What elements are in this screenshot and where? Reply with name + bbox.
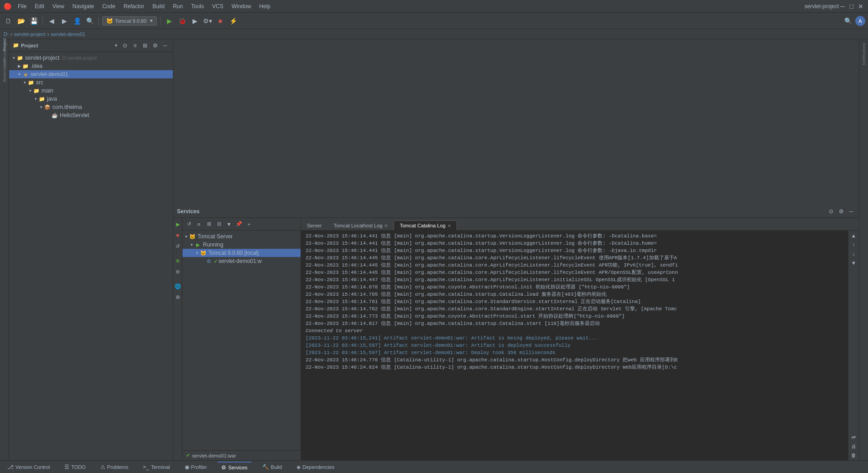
log-tab-localhost-close[interactable]: ✕ xyxy=(384,223,388,228)
menu-run[interactable]: Run xyxy=(169,2,187,10)
services-redeploy-icon[interactable]: ↺ xyxy=(173,242,182,251)
status-tab-terminal[interactable]: >_ Terminal xyxy=(139,462,173,472)
build-dropdown-button[interactable]: ⚙▾ xyxy=(202,15,213,26)
status-tab-dependencies[interactable]: ◈ Dependencies xyxy=(293,462,338,472)
srv-toolbar-add[interactable]: + xyxy=(244,220,254,229)
srv-label-artifact: servlet-demo01:w xyxy=(218,258,262,264)
menu-navigate[interactable]: Navigate xyxy=(69,2,98,10)
menu-edit[interactable]: Edit xyxy=(31,2,48,10)
log-tab-server[interactable]: Server xyxy=(301,221,327,230)
log-tabs: Server Tomcat Localhost Log ✕ Tomcat Cat… xyxy=(301,218,859,231)
srv-toolbar-refresh[interactable]: ↺ xyxy=(184,220,193,229)
right-tab-notifications[interactable]: Notifications xyxy=(861,41,867,67)
run-config-selector[interactable]: 🐱 Tomcat 9.0.80 ▾ xyxy=(102,16,157,26)
services-run-icon[interactable]: ▶ xyxy=(173,220,182,229)
save-button[interactable]: 💾 xyxy=(28,15,39,26)
menu-build[interactable]: Build xyxy=(149,2,168,10)
status-tab-problems[interactable]: ⚠ Problems xyxy=(97,462,132,472)
maximize-button[interactable]: □ xyxy=(848,3,855,10)
breadcrumb-drive[interactable]: D: xyxy=(4,31,9,37)
services-deploy-icon[interactable]: ⊕ xyxy=(173,256,182,265)
status-tab-build[interactable]: 🔨 Build xyxy=(259,462,286,472)
status-tab-version-control[interactable]: ⎇ Version Control xyxy=(4,462,53,472)
log-wrap-icon[interactable]: ⇌ xyxy=(850,433,858,441)
log-content[interactable]: 22-Nov-2023 15:46:14.441 信息 [main] org.a… xyxy=(301,231,848,460)
new-file-button[interactable]: 🗋 xyxy=(3,15,14,26)
menu-file[interactable]: File xyxy=(14,2,30,10)
project-expand-button[interactable]: ⊞ xyxy=(141,41,149,50)
breadcrumb-project[interactable]: servlet-project xyxy=(14,31,46,37)
menu-window[interactable]: Window xyxy=(228,2,255,10)
back-button[interactable]: ◀ xyxy=(46,15,57,26)
stop-button[interactable]: ■ xyxy=(215,15,226,26)
menu-tools[interactable]: Tools xyxy=(187,2,208,10)
srv-tree-running[interactable]: ▾ ▶ Running xyxy=(182,241,301,249)
srv-toolbar-filter[interactable]: ▼ xyxy=(224,220,234,229)
menu-code[interactable]: Code xyxy=(99,2,119,10)
status-tab-profiler[interactable]: ◉ Profiler xyxy=(181,462,211,472)
srv-label-instance: Tomcat 9.0.80 [local] xyxy=(208,250,259,256)
run-config-dropdown-icon: ▾ xyxy=(150,18,153,24)
services-stop-icon[interactable]: ■ xyxy=(173,231,182,240)
settings-button[interactable]: A xyxy=(855,16,865,26)
tree-item-idea[interactable]: ▶ 📁 .idea xyxy=(9,62,173,70)
tree-item-java[interactable]: ▾ 📁 java xyxy=(9,95,173,103)
tree-item-src[interactable]: ▾ 📁 src xyxy=(9,78,173,87)
status-tab-todo[interactable]: ☰ TODO xyxy=(61,462,89,472)
find-button[interactable]: 🔍 xyxy=(84,15,95,26)
srv-tree-tomcat-server[interactable]: ▾ 🐱 Tomcat Server xyxy=(182,232,301,241)
version-control-icon: ⎇ xyxy=(7,464,14,470)
project-sync-button[interactable]: ⊙ xyxy=(121,41,129,50)
tree-item-package[interactable]: ▾ 📦 com.itheima xyxy=(9,103,173,111)
project-settings-button[interactable]: ⚙ xyxy=(151,41,159,50)
tree-item-helloservlet[interactable]: ☕ HelloServlet xyxy=(9,111,173,119)
srv-toolbar-pin[interactable]: 📌 xyxy=(234,220,244,229)
minimize-button[interactable]: ─ xyxy=(839,3,846,10)
menu-vcs[interactable]: VCS xyxy=(208,2,227,10)
log-scroll-down[interactable]: ↓ xyxy=(850,250,858,258)
run-button[interactable]: ▶ xyxy=(164,15,175,26)
services-settings-icon[interactable]: ⊙ xyxy=(827,207,835,216)
forward-button[interactable]: ▶ xyxy=(59,15,70,26)
menu-refactor[interactable]: Refactor xyxy=(120,2,148,10)
log-print-icon[interactable]: 🖨 xyxy=(850,442,858,450)
breadcrumb-module[interactable]: servlet-demo01 xyxy=(51,31,85,37)
project-collapse-button[interactable]: ≡ xyxy=(131,41,139,50)
log-tab-localhost[interactable]: Tomcat Localhost Log ✕ xyxy=(327,221,394,230)
menu-view[interactable]: View xyxy=(49,2,68,10)
tree-item-demo01[interactable]: ▾ ◈ servlet-demo01 xyxy=(9,70,173,78)
project-tree: ▾ 📁 servlet-project D:\servlet-project ▶… xyxy=(9,52,173,460)
tree-item-root[interactable]: ▾ 📁 servlet-project D:\servlet-project xyxy=(9,54,173,62)
srv-tree-tomcat-instance[interactable]: ▾ 🐱 Tomcat 9.0.80 [local] xyxy=(182,249,301,257)
srv-check-icon: ✔ xyxy=(214,259,218,264)
log-line: 22-Nov-2023 15:46:14.441 信息 [main] org.a… xyxy=(305,232,844,240)
services-undeploy-icon[interactable]: ⊖ xyxy=(173,267,182,276)
srv-toolbar-collapse[interactable]: ≡ xyxy=(194,220,203,229)
srv-toolbar-group[interactable]: ⊟ xyxy=(214,220,223,229)
project-minimize-button[interactable]: ─ xyxy=(161,41,169,50)
debug-button[interactable]: 🐞 xyxy=(177,15,187,26)
menu-help[interactable]: Help xyxy=(255,2,274,10)
log-clear-icon[interactable]: 🗑 xyxy=(850,451,858,459)
bookmarks-tab-icon[interactable]: Bookmarks xyxy=(1,68,8,76)
translate-button[interactable]: ⚡ xyxy=(228,15,239,26)
tree-item-main[interactable]: ▾ 📁 main xyxy=(9,87,173,95)
coverage-button[interactable]: ▶ xyxy=(189,15,200,26)
structure-tab-icon[interactable]: Structure xyxy=(1,50,8,57)
services-open-browser-icon[interactable]: 🌐 xyxy=(173,282,182,291)
log-scroll-top[interactable]: ▲ xyxy=(850,231,858,240)
open-button[interactable]: 📂 xyxy=(16,15,26,26)
services-gear-icon[interactable]: ⚙ xyxy=(837,207,845,216)
services-config-icon[interactable]: ⚙ xyxy=(173,293,182,302)
services-minimize-icon[interactable]: ─ xyxy=(847,207,855,216)
close-button[interactable]: ✕ xyxy=(857,3,864,10)
log-tab-catalina[interactable]: Tomcat Catalina Log ✕ xyxy=(394,221,457,230)
status-tab-services[interactable]: ⚙ Services xyxy=(218,462,251,473)
log-scroll-bottom[interactable]: ▼ xyxy=(850,259,858,267)
log-scroll-up[interactable]: ↑ xyxy=(850,241,858,249)
srv-tree-artifact[interactable]: ⚙ ✔ servlet-demo01:w xyxy=(182,257,301,265)
srv-toolbar-expand[interactable]: ⊞ xyxy=(204,220,213,229)
recent-files-button[interactable]: 👤 xyxy=(72,15,83,26)
search-everywhere-button[interactable]: 🔍 xyxy=(842,15,853,26)
log-tab-catalina-close[interactable]: ✕ xyxy=(447,223,451,228)
